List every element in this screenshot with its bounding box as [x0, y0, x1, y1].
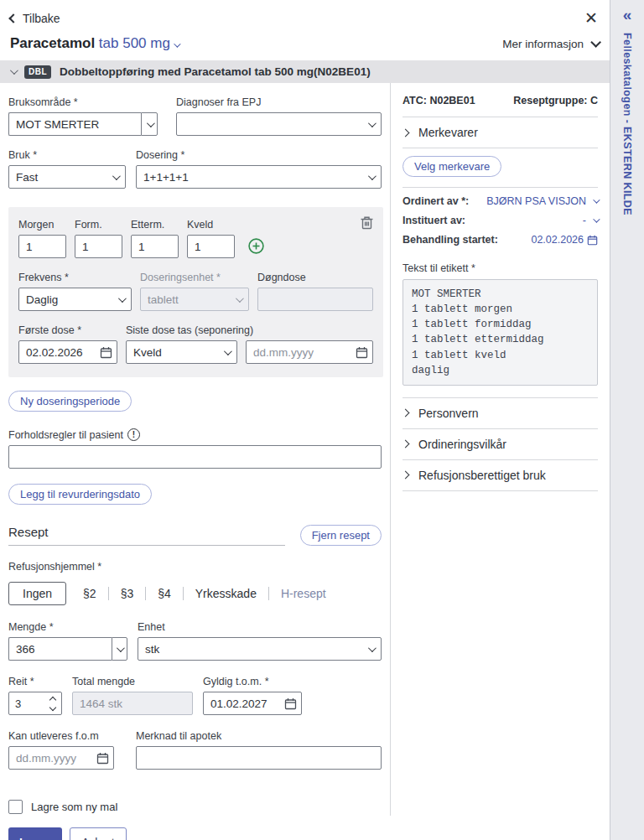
chevron-down-icon: [112, 172, 121, 180]
refusjon-option-p4[interactable]: §4: [146, 587, 183, 600]
banner-text: Dobbeltoppføring med Paracetamol tab 500…: [60, 65, 371, 78]
etikett-textarea[interactable]: MOT SMERTER 1 tablett morgen 1 tablett f…: [402, 279, 598, 386]
ettermiddag-input[interactable]: [131, 235, 179, 258]
chevron-down-icon: [593, 215, 600, 222]
formiddag-label: Form.: [75, 219, 122, 231]
forholdsregler-label: Forholdsregler til pasient !: [8, 428, 382, 441]
more-information-toggle[interactable]: Mer informasjon: [502, 38, 598, 50]
save-as-template-checkbox[interactable]: [8, 800, 23, 814]
chevron-down-icon: [118, 294, 127, 303]
save-as-template-label: Lagre som ny mal: [31, 801, 117, 813]
reit-value: 3: [15, 697, 21, 710]
resept-section-header: Resept Fjern resept: [8, 525, 382, 546]
dose-times-row: Morgen Form. Etterm. Kveld: [18, 219, 373, 258]
refusjon-option-yrkesskade[interactable]: Yrkesskade: [184, 587, 268, 600]
forste-dose-input[interactable]: [18, 340, 117, 364]
more-information-label: Mer informasjon: [502, 38, 584, 50]
add-review-date-button[interactable]: Legg til revurderingsdato: [8, 484, 152, 505]
enhet-select[interactable]: stk: [138, 637, 382, 661]
forholdsregler-input[interactable]: [8, 445, 382, 469]
gyldig-tom-datepicker: [203, 692, 302, 715]
prescription-group: Reseptgruppe: C: [513, 95, 598, 106]
frekvens-select[interactable]: Daglig: [18, 288, 132, 311]
accordion-merkevarer[interactable]: Merkevarer: [402, 117, 598, 148]
save-button[interactable]: Lagre: [8, 827, 62, 840]
kveld-input[interactable]: [187, 235, 235, 258]
mengde-dropdown-button[interactable]: [112, 637, 127, 661]
back-button[interactable]: Tilbake: [10, 12, 60, 25]
ordinert-av-value[interactable]: BJØRN PSA VISJON: [486, 195, 598, 207]
reit-stepper[interactable]: 3: [8, 692, 62, 715]
chevron-down-icon: [590, 37, 601, 48]
behandling-startet-row: Behandling startet: 02.02.2026: [402, 234, 598, 246]
medication-info-panel: ATC: N02BE01 Reseptgruppe: C Merkevarer …: [390, 83, 610, 816]
felleskatalogen-label: Felleskatalogen - EKSTERN KILDE: [621, 33, 633, 215]
chevron-down-icon: [368, 644, 377, 652]
new-dosing-period-button[interactable]: Ny doseringsperiode: [8, 391, 132, 412]
page-title: Paracetamol tab 500 mg: [10, 35, 179, 52]
chevron-down-icon: [174, 40, 180, 47]
title-row: Paracetamol tab 500 mg Mer informasjon: [0, 26, 610, 52]
refusjon-option-ingen[interactable]: Ingen: [8, 582, 66, 605]
gyldig-tom-input[interactable]: [203, 692, 302, 715]
gyldig-tom-label: Gyldig t.o.m. *: [203, 676, 302, 687]
chevron-down-icon: [117, 644, 125, 652]
merknad-input[interactable]: [136, 746, 382, 770]
morgen-input[interactable]: [18, 235, 66, 258]
collapse-caret-icon[interactable]: [10, 66, 18, 75]
refusjonsberettiget-label: Refusjonsberettiget bruk: [418, 469, 546, 482]
instituert-av-value[interactable]: -: [583, 215, 598, 226]
accordion-personvern[interactable]: Personvern: [402, 398, 598, 429]
accordion-group: Personvern Ordineringsvilkår Refusjonsbe…: [402, 397, 598, 491]
close-icon[interactable]: ✕: [584, 10, 598, 26]
forste-dose-label: Første dose *: [18, 324, 117, 336]
bruksomrade-dropdown-button[interactable]: [141, 112, 158, 136]
kan-utleveres-input[interactable]: [8, 746, 114, 770]
bruksomrade-combobox: [8, 112, 158, 136]
refusjon-option-hresept[interactable]: H-resept: [269, 587, 338, 600]
info-icon[interactable]: !: [127, 428, 140, 441]
seponering-date-input[interactable]: [246, 340, 373, 364]
accordion-ordineringsvilkar[interactable]: Ordineringsvilkår: [402, 429, 598, 460]
siste-dose-select[interactable]: Kveld: [126, 340, 237, 364]
chevron-down-icon: [147, 119, 155, 127]
expand-panel-icon[interactable]: «: [623, 7, 632, 23]
drug-name: Paracetamol: [10, 35, 95, 51]
double-entry-warning-banner[interactable]: DBL Dobbeltoppføring med Paracetamol tab…: [0, 60, 610, 83]
save-as-template-row[interactable]: Lagre som ny mal: [8, 800, 382, 814]
cancel-button[interactable]: Avbryt: [70, 827, 126, 840]
siste-dose-value: Kveld: [133, 346, 162, 359]
enhet-label: Enhet: [138, 621, 382, 633]
reit-label: Reit *: [8, 676, 62, 687]
instituert-av-label: Instituert av:: [402, 215, 465, 226]
chevron-down-icon: [368, 119, 377, 127]
dogndose-label: Døgndose: [257, 272, 373, 283]
diagnoser-select[interactable]: [176, 112, 382, 136]
bruk-value: Fast: [16, 171, 38, 184]
stepper-arrows-icon[interactable]: [50, 697, 55, 710]
merkevare-pill-row: Velg merkevare: [402, 148, 598, 188]
felleskatalogen-side-tab[interactable]: « Felleskatalogen - EKSTERN KILDE: [610, 0, 644, 840]
chevron-right-icon: [402, 471, 410, 480]
back-label: Tilbake: [23, 12, 60, 25]
formiddag-input[interactable]: [75, 235, 122, 258]
bruk-select[interactable]: Fast: [8, 165, 126, 189]
refusjon-option-p2[interactable]: §2: [71, 587, 108, 600]
personvern-label: Personvern: [418, 407, 479, 420]
refusjon-option-p3[interactable]: §3: [109, 587, 146, 600]
mengde-input[interactable]: [8, 637, 112, 661]
etikett-label: Tekst til etikett *: [402, 262, 598, 274]
remove-prescription-button[interactable]: Fjern resept: [300, 525, 382, 546]
kan-utleveres-datepicker: [8, 746, 114, 770]
behandling-startet-value[interactable]: 02.02.2026: [531, 234, 598, 246]
delete-dose-period-icon[interactable]: [361, 215, 373, 230]
add-dose-time-icon[interactable]: [248, 238, 264, 254]
choose-brand-button[interactable]: Velg merkevare: [402, 156, 501, 177]
drug-form-selector[interactable]: tab 500 mg: [99, 35, 179, 51]
dosering-select[interactable]: 1+1+1+1: [136, 165, 382, 189]
kan-utleveres-label: Kan utleveres f.o.m: [8, 730, 114, 742]
atc-code: ATC: N02BE01: [402, 95, 475, 106]
morgen-label: Morgen: [18, 219, 66, 231]
bruksomrade-input[interactable]: [8, 112, 141, 136]
accordion-refusjonsberettiget[interactable]: Refusjonsberettiget bruk: [402, 460, 598, 491]
